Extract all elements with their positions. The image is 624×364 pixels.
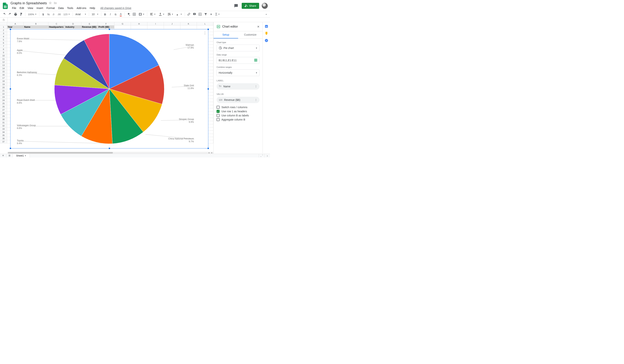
checkbox-row[interactable]: Aggregate column B [217, 118, 260, 121]
zoom-dropdown[interactable]: 100%▼ [27, 12, 38, 17]
value-field-pill[interactable]: 123 Revenue ($B) ⋮ [217, 97, 260, 103]
keep-icon[interactable] [264, 31, 268, 35]
column-header[interactable]: K [180, 22, 197, 25]
column-header[interactable]: F [98, 22, 114, 25]
h-align-dropdown[interactable]: ▼ [149, 12, 157, 17]
row-header[interactable]: 34 [0, 131, 7, 134]
checkbox-row[interactable]: Switch rows / columns [217, 106, 260, 109]
increase-decimal-button[interactable]: .00 [57, 12, 61, 17]
cell[interactable] [131, 25, 147, 28]
menu-tools[interactable]: Tools [66, 6, 75, 10]
currency-button[interactable]: $ [41, 12, 45, 17]
scroll-left-icon[interactable]: ◄ [207, 152, 210, 154]
decrease-decimal-button[interactable]: .0 [51, 12, 56, 17]
account-avatar[interactable] [262, 3, 268, 9]
grid-select-icon[interactable] [254, 58, 258, 62]
chart-menu-icon[interactable]: ⋮ [203, 31, 207, 35]
cell[interactable] [114, 25, 131, 28]
data-range-input[interactable]: B1:B11,E1:E11 [217, 57, 260, 64]
column-header[interactable]: D [65, 22, 81, 25]
cell[interactable]: Industry [65, 25, 81, 28]
label-field-pill[interactable]: Tᴛ Name ⋮ [217, 83, 260, 90]
row-header[interactable]: 33 [0, 127, 7, 130]
bold-button[interactable]: B [103, 12, 107, 17]
chart-type-select[interactable]: Pie chart ▼ [217, 45, 260, 51]
menu-add-ons[interactable]: Add-ons [75, 6, 88, 10]
row-header[interactable]: 19 [0, 83, 7, 86]
wrap-dropdown[interactable]: ▼ [166, 12, 174, 17]
row-header[interactable]: 37 [0, 140, 7, 143]
row-header[interactable]: 18 [0, 80, 7, 83]
row-header[interactable]: 17 [0, 76, 7, 79]
column-header[interactable]: I [147, 22, 164, 25]
row-header[interactable]: 23 [0, 96, 7, 98]
row-header[interactable]: 22 [0, 92, 7, 96]
comments-icon[interactable] [233, 3, 239, 9]
merge-dropdown[interactable]: ▼ [137, 12, 146, 17]
checkbox[interactable] [217, 118, 220, 121]
row-header[interactable]: 16 [0, 73, 7, 76]
checkbox[interactable] [217, 110, 220, 113]
rotate-dropdown[interactable]: ▼ [175, 12, 183, 17]
side-panel-toggle[interactable]: › [264, 154, 270, 157]
row-header[interactable]: 28 [0, 112, 7, 115]
menu-insert[interactable]: Insert [35, 6, 45, 10]
column-header[interactable]: G [114, 22, 131, 25]
row-header[interactable]: 13 [0, 64, 7, 67]
column-header[interactable]: A [7, 22, 24, 25]
row-header[interactable]: 14 [0, 67, 7, 70]
cell[interactable]: Revenue ($B) [81, 25, 98, 28]
star-icon[interactable] [49, 1, 52, 5]
row-header[interactable]: 15 [0, 70, 7, 73]
checkbox[interactable] [217, 114, 220, 117]
tasks-icon[interactable] [264, 39, 268, 42]
column-header[interactable]: L [197, 22, 213, 25]
paint-format-button[interactable] [19, 12, 24, 17]
strikethrough-button[interactable]: S [113, 12, 118, 17]
chart-object[interactable]: ⋮ Walmart17.9%State Grid11.6%Sinopec Gro… [10, 29, 208, 148]
row-header[interactable]: 27 [0, 108, 7, 111]
all-sheets-button[interactable]: ≡ [6, 154, 13, 157]
row-header[interactable]: 21 [0, 89, 7, 92]
add-sheet-button[interactable]: + [0, 154, 6, 157]
comment-button[interactable] [192, 12, 197, 17]
cell[interactable] [197, 25, 213, 28]
cell[interactable]: Headquarters [48, 25, 65, 28]
cell[interactable]: Name [24, 25, 48, 28]
close-icon[interactable]: ✕ [257, 25, 260, 28]
row-header[interactable]: 7 [0, 45, 7, 48]
calendar-icon[interactable]: 31 [264, 24, 268, 28]
collapse-toolbar-button[interactable] [264, 12, 268, 17]
document-title[interactable]: Graphs in Spreadsheets [10, 1, 47, 5]
text-color-button[interactable]: A [119, 12, 123, 17]
row-header[interactable]: 36 [0, 137, 7, 140]
row-header[interactable]: 11 [0, 57, 7, 60]
row-header[interactable]: 3 [0, 32, 7, 35]
menu-data[interactable]: Data [57, 6, 65, 10]
row-header[interactable]: 24 [0, 99, 7, 102]
font-size-dropdown[interactable]: 10▼ [91, 12, 100, 17]
spreadsheet-grid[interactable]: ABCDEFGHIJKL 1YearNameHeadquartersIndust… [0, 22, 213, 154]
row-header[interactable]: 6 [0, 41, 7, 45]
menu-help[interactable]: Help [88, 6, 97, 10]
checkbox-row[interactable]: Use row 1 as headers [217, 110, 260, 113]
menu-view[interactable]: View [26, 6, 35, 10]
filter-button[interactable] [203, 12, 208, 17]
font-dropdown[interactable]: Arial▼ [74, 12, 87, 17]
row-header[interactable]: 35 [0, 134, 7, 137]
redo-button[interactable] [7, 12, 12, 17]
row-header[interactable]: 8 [0, 48, 7, 51]
undo-button[interactable] [2, 12, 7, 17]
cell[interactable] [147, 25, 164, 28]
column-header[interactable]: H [131, 22, 147, 25]
ce-tab-setup[interactable]: Setup [213, 31, 238, 38]
menu-format[interactable]: Format [45, 6, 56, 10]
checkbox-row[interactable]: Use column B as labels [217, 114, 260, 117]
row-header[interactable]: 26 [0, 105, 7, 108]
horizontal-scrollbar[interactable] [7, 152, 213, 154]
fill-color-button[interactable] [126, 12, 131, 17]
italic-button[interactable]: I [108, 12, 112, 17]
checkbox[interactable] [217, 106, 220, 109]
menu-edit[interactable]: Edit [18, 6, 26, 10]
percent-button[interactable]: % [46, 12, 51, 17]
